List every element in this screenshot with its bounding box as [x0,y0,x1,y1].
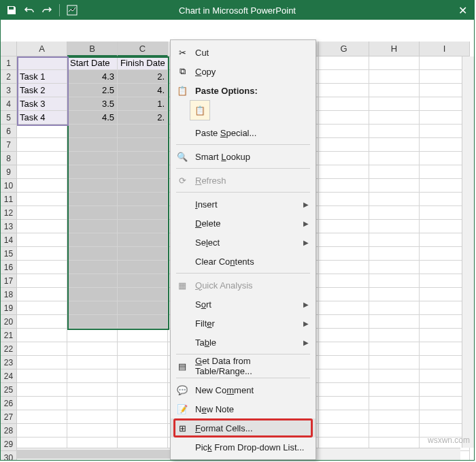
cell[interactable] [319,424,369,438]
cell[interactable] [369,220,420,233]
chart-icon[interactable] [67,5,78,16]
cell[interactable] [67,247,118,261]
col-header[interactable]: G [319,42,369,56]
col-header[interactable]: H [369,42,420,56]
cell[interactable] [369,111,420,125]
cell[interactable] [369,56,420,70]
cell[interactable] [369,383,420,397]
cell[interactable] [17,179,67,193]
cell[interactable] [17,383,67,397]
row-header[interactable]: 24 [1,369,17,383]
menu-select[interactable]: Select▶ [171,233,316,252]
cell[interactable] [17,397,67,410]
cell[interactable]: Task 4 [17,111,67,125]
cell[interactable] [17,152,67,165]
row-header[interactable]: 2 [1,70,17,84]
row-header[interactable]: 22 [1,342,17,356]
cell[interactable] [319,397,369,410]
vertical-scrollbar[interactable] [462,56,474,448]
cell[interactable] [67,125,118,138]
cell[interactable] [17,315,67,329]
row-header[interactable]: 11 [1,193,17,206]
cell[interactable] [369,125,420,138]
cell[interactable] [67,342,118,356]
cell[interactable] [369,329,420,342]
cell[interactable] [319,179,369,193]
cell[interactable] [319,70,369,84]
cell[interactable] [369,97,420,111]
row-header[interactable]: 21 [1,329,17,342]
cell[interactable]: Task 3 [17,97,67,111]
menu-filter[interactable]: Filter▶ [171,314,316,333]
cell[interactable] [67,274,118,288]
row-header[interactable]: 10 [1,179,17,193]
cell[interactable] [369,424,420,438]
cell[interactable] [67,315,118,329]
cell[interactable]: Task 2 [17,84,67,97]
cell[interactable]: 2. [118,111,168,125]
cell[interactable] [17,247,67,261]
cell[interactable] [319,193,369,206]
cell[interactable]: Finish Date [118,56,168,70]
cell[interactable] [67,233,118,247]
cell[interactable] [319,274,369,288]
cell[interactable] [319,56,369,70]
cell[interactable] [319,342,369,356]
cell[interactable] [319,301,369,315]
redo-icon[interactable] [41,5,52,16]
cell[interactable] [118,329,168,342]
cell[interactable] [319,206,369,220]
row-header[interactable]: 23 [1,356,17,369]
cell[interactable] [118,138,168,152]
cell[interactable] [67,397,118,410]
cell[interactable] [67,193,118,206]
menu-table[interactable]: Table▶ [171,333,316,352]
cell[interactable] [17,165,67,179]
row-header[interactable]: 30 [1,451,17,460]
cell[interactable] [118,369,168,383]
paste-option-button[interactable]: 📋 [190,100,210,120]
cell[interactable] [369,179,420,193]
cell[interactable] [17,356,67,369]
cell[interactable] [369,288,420,301]
cell[interactable] [118,397,168,410]
cell[interactable] [17,301,67,315]
cell[interactable] [118,261,168,274]
row-header[interactable]: 25 [1,383,17,397]
cell[interactable] [67,356,118,369]
cell[interactable] [118,193,168,206]
cell[interactable] [319,383,369,397]
cell[interactable] [369,247,420,261]
col-header[interactable]: I [420,42,470,56]
cell[interactable] [369,70,420,84]
cell[interactable] [369,193,420,206]
cell[interactable] [319,315,369,329]
col-header[interactable]: C [118,42,168,56]
cell[interactable] [118,356,168,369]
cell[interactable] [67,179,118,193]
row-header[interactable]: 19 [1,301,17,315]
cell[interactable] [319,288,369,301]
row-header[interactable]: 4 [1,97,17,111]
save-icon[interactable] [6,5,17,16]
cell[interactable] [369,369,420,383]
cell[interactable] [118,206,168,220]
cell[interactable]: 4.3 [67,70,118,84]
cell[interactable]: 2.5 [67,84,118,97]
cell[interactable] [17,56,67,70]
menu-delete[interactable]: Delete▶ [171,214,316,233]
cell[interactable] [67,138,118,152]
cell[interactable] [319,97,369,111]
cell[interactable]: 4.5 [67,111,118,125]
menu-smart-lookup[interactable]: 🔍Smart Lookup [171,147,316,166]
col-header[interactable]: B [67,42,118,56]
cell[interactable] [17,220,67,233]
cell[interactable] [319,165,369,179]
cell[interactable]: 4. [118,84,168,97]
cell[interactable] [369,315,420,329]
row-header[interactable]: 20 [1,315,17,329]
cell[interactable] [17,369,67,383]
cell[interactable] [118,165,168,179]
cell[interactable] [118,424,168,438]
menu-new-comment[interactable]: 💬New Comment [171,380,316,399]
